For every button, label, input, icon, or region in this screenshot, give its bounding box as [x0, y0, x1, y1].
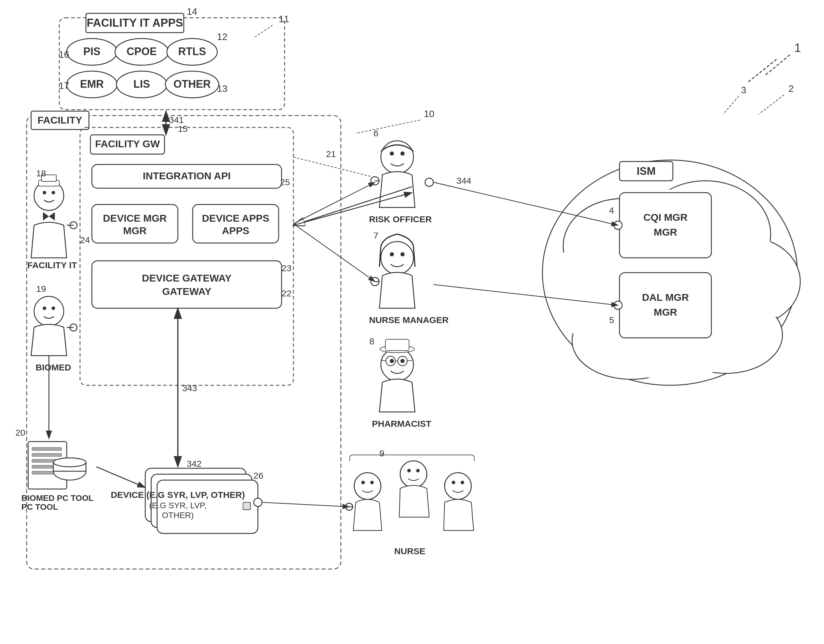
svg-point-9 [67, 71, 117, 98]
num-23: 23 [281, 263, 291, 273]
svg-line-12 [255, 25, 273, 37]
svg-rect-39 [32, 447, 61, 450]
svg-rect-52 [243, 503, 251, 510]
num-17: 17 [59, 80, 69, 91]
svg-point-7 [115, 38, 168, 65]
cqi-mgr-label: CQI MGR [643, 212, 687, 223]
svg-point-69 [400, 359, 404, 363]
num-10: 10 [424, 109, 435, 119]
svg-point-83 [407, 469, 411, 472]
risk-officer-label: RISK OFFICER [369, 214, 432, 224]
svg-point-59 [400, 151, 404, 155]
other-label: OTHER [174, 78, 211, 90]
num-24: 24 [80, 235, 90, 245]
svg-point-11 [165, 71, 219, 98]
svg-line-108 [294, 193, 412, 225]
facility-it-person-label: FACILITY IT [27, 260, 77, 270]
svg-point-86 [452, 481, 455, 484]
num-14: 14 [187, 6, 197, 17]
num-19: 19 [36, 284, 46, 294]
num-341: 341 [169, 115, 184, 125]
biomed-pc-tool-label: BIOMED PC TOOL [22, 493, 94, 503]
nurse-manager-label: NURSE MANAGER [369, 315, 449, 325]
svg-point-27 [52, 191, 55, 194]
svg-rect-98 [620, 273, 711, 338]
device-gateway-label: DEVICE GATEWAY [142, 272, 232, 284]
svg-line-106 [434, 182, 618, 225]
svg-line-72 [381, 360, 386, 361]
svg-point-32 [34, 297, 64, 326]
svg-line-101 [723, 96, 739, 114]
num-13: 13 [217, 83, 228, 94]
svg-line-73 [407, 360, 413, 361]
svg-text:MGR: MGR [653, 306, 677, 318]
svg-line-109 [294, 182, 375, 224]
svg-point-8 [167, 38, 217, 65]
svg-rect-18 [92, 164, 281, 188]
svg-rect-13 [27, 115, 341, 569]
num-8: 8 [369, 337, 374, 346]
ism-label: ISM [636, 165, 656, 177]
device-apps-label: DEVICE APPS [202, 212, 269, 224]
biomed-label: BIOMED [35, 363, 71, 372]
svg-rect-76 [385, 339, 409, 350]
num-15: 15 [178, 124, 188, 134]
svg-point-30 [70, 222, 77, 229]
svg-rect-19 [92, 204, 178, 243]
svg-point-57 [381, 141, 414, 174]
svg-rect-50 [151, 474, 252, 527]
svg-rect-5 [86, 13, 184, 32]
svg-line-48 [96, 467, 145, 487]
svg-line-107 [294, 187, 412, 225]
svg-rect-14 [31, 111, 89, 129]
svg-point-58 [390, 151, 394, 155]
svg-line-110 [294, 224, 375, 281]
svg-text:MGR: MGR [653, 226, 677, 238]
svg-point-84 [416, 469, 420, 472]
svg-rect-96 [620, 193, 711, 258]
svg-text:GATEWAY: GATEWAY [162, 286, 212, 297]
pharmacist-label: PHARMACIST [372, 419, 431, 429]
svg-rect-42 [32, 465, 61, 468]
svg-line-113 [262, 503, 349, 507]
facility-gw-label: FACILITY GW [95, 138, 160, 149]
svg-point-65 [371, 277, 379, 286]
num-21: 21 [326, 149, 336, 159]
svg-point-6 [67, 38, 117, 65]
svg-point-89 [563, 198, 682, 294]
svg-text:(E.G SYR, LVP,: (E.G SYR, LVP, [149, 501, 206, 510]
svg-rect-38 [28, 441, 67, 489]
svg-point-44 [53, 462, 86, 480]
svg-point-60 [371, 177, 379, 185]
facility-label: FACILITY [37, 114, 82, 126]
num-16: 16 [59, 49, 69, 60]
svg-point-67 [381, 348, 414, 381]
svg-line-102 [765, 55, 790, 75]
svg-point-68 [390, 359, 394, 363]
svg-point-71 [398, 356, 407, 366]
num-26: 26 [254, 470, 263, 480]
num-7: 7 [374, 231, 378, 240]
svg-rect-29 [42, 175, 56, 181]
dal-mgr-label: DAL MGR [642, 292, 689, 303]
svg-point-25 [34, 181, 64, 211]
num-2: 2 [789, 83, 794, 94]
svg-point-62 [381, 241, 414, 274]
svg-rect-49 [145, 468, 246, 522]
svg-point-10 [117, 71, 167, 98]
num-18: 18 [36, 168, 46, 178]
svg-rect-4 [59, 18, 284, 110]
svg-point-90 [640, 181, 771, 287]
svg-rect-15 [80, 128, 294, 385]
num-22: 22 [281, 288, 291, 298]
svg-line-112 [294, 157, 370, 176]
svg-point-56 [254, 498, 262, 507]
num-25: 25 [280, 177, 290, 187]
device-label: DEVICE (E.G SYR, LVP, OTHER) [111, 490, 245, 500]
num-12: 12 [217, 31, 228, 42]
num-1: 1 [794, 41, 801, 54]
svg-rect-40 [32, 453, 61, 456]
svg-text:APPS: APPS [222, 225, 249, 236]
svg-text:PC TOOL: PC TOOL [22, 503, 58, 512]
svg-point-63 [390, 252, 394, 257]
